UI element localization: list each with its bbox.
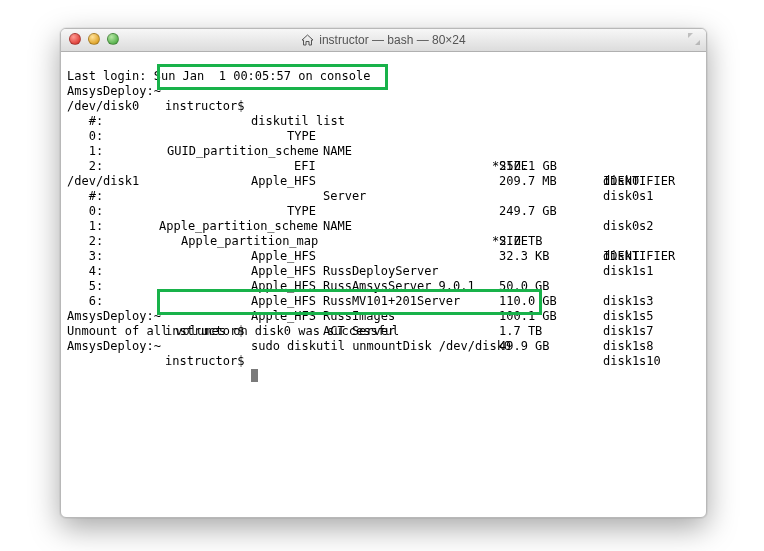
table-row: 0: Apple_partition_scheme *2.0 TB disk1 (67, 189, 700, 204)
window-title: instructor — bash — 80×24 (301, 33, 465, 47)
close-icon[interactable] (69, 33, 81, 45)
line-last-login: Last login: Sun Jan 1 00:05:57 on consol… (67, 54, 700, 69)
minimize-icon[interactable] (88, 33, 100, 45)
table-row: 2: Apple_HFS Server 249.7 GB disk0s2 (67, 144, 700, 159)
line-prompt-1: AmsysDeploy:~ instructor$ diskutil list (67, 69, 700, 84)
table-row: 5: Apple_HFS RussImages 1.7 TB disk1s8 (67, 264, 700, 279)
window-controls (69, 33, 119, 45)
titlebar[interactable]: instructor — bash — 80×24 (61, 29, 706, 52)
line-dev-disk0: /dev/disk0 (67, 84, 700, 99)
cursor[interactable] (251, 369, 258, 384)
zoom-icon[interactable] (107, 33, 119, 45)
line-prompt-3: AmsysDeploy:~ instructor$ (67, 324, 700, 339)
table-row: 1: Apple_partition_map 32.3 KB disk1s1 (67, 204, 700, 219)
table-row: 0: GUID_partition_scheme *250.1 GB disk0 (67, 114, 700, 129)
line-prompt-2: AmsysDeploy:~ instructor$ sudo diskutil … (67, 294, 700, 309)
table-row: 6: Apple_HFS ACT Server 49.9 GB disk1s10 (67, 279, 700, 294)
table-row: 2: Apple_HFS RussDeployServer 50.0 GB di… (67, 219, 700, 234)
line-unmount-result: Unmount of all volumes on disk0 was succ… (67, 309, 700, 324)
line-dev-disk1: /dev/disk1 (67, 159, 700, 174)
table-header-disk1: #: TYPE NAME SIZE IDENTIFIER (67, 174, 700, 189)
window-title-text: instructor — bash — 80×24 (319, 33, 465, 47)
terminal-window: instructor — bash — 80×24 Last login: Su… (60, 28, 707, 518)
fullscreen-icon[interactable] (688, 33, 700, 45)
table-row: 3: Apple_HFS RussAmsysServer 9.0.1 110.0… (67, 234, 700, 249)
command-2: sudo diskutil unmountDisk /dev/disk0 (251, 339, 511, 354)
table-header-disk0: #: TYPE NAME SIZE IDENTIFIER (67, 99, 700, 114)
table-row: 4: Apple_HFS RussMV101+201Server 100.1 G… (67, 249, 700, 264)
table-row: 1: EFI 209.7 MB disk0s1 (67, 129, 700, 144)
home-icon (301, 34, 314, 46)
terminal-output[interactable]: Last login: Sun Jan 1 00:05:57 on consol… (61, 52, 706, 518)
